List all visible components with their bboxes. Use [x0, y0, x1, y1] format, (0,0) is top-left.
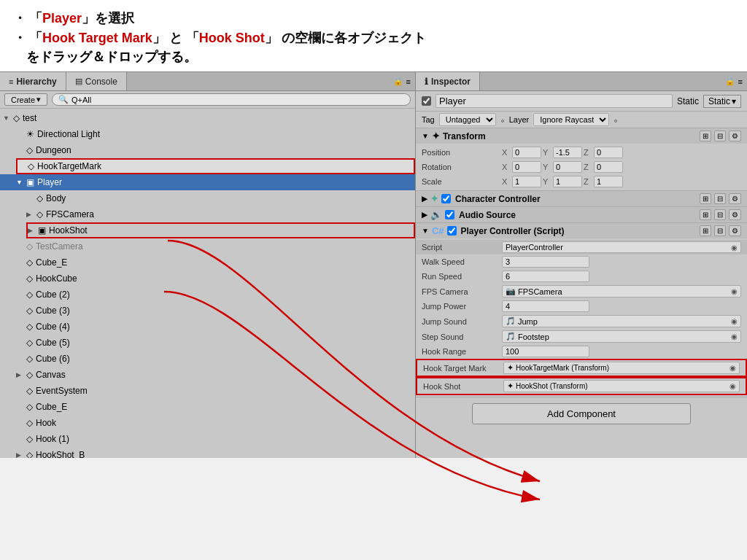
tab-inspector[interactable]: ℹ Inspector [416, 72, 480, 90]
script-ref[interactable]: PlayerController ◉ [502, 241, 741, 253]
hs-ref-dot[interactable]: ◉ [729, 382, 736, 390]
step-sound-dot[interactable]: ◉ [731, 332, 738, 341]
tree-arrow-hookshot [28, 227, 38, 234]
static-dropdown-button[interactable]: Static ▾ [703, 95, 741, 108]
tree-item-cube-5[interactable]: ▶ ◇ Cube (5) [0, 335, 415, 351]
lock-icons: 🔒 ≡ [393, 77, 415, 86]
hook-range-input[interactable] [502, 346, 589, 357]
fps-camera-ref[interactable]: 📷 FPSCamera ◉ [502, 285, 741, 298]
position-z-field: Z [584, 147, 623, 158]
htm-ref-icon: ✦ [507, 363, 514, 373]
tree-item-cube-e[interactable]: ▶ ◇ Cube_E [0, 254, 415, 271]
hook-target-mark-ref[interactable]: ✦ HookTargetMark (Transform) ◉ [503, 362, 740, 374]
scale-label: Scale [422, 177, 502, 186]
run-speed-row: Run Speed [416, 269, 747, 284]
tree-item-test[interactable]: ◇ test [0, 110, 415, 126]
pc-header[interactable]: ▼ C# Player Controller (Script) ⊞ ⊟ ⚙ [416, 223, 747, 238]
tree-item-hook-1[interactable]: ▶ ◇ Hook (1) [0, 431, 415, 447]
position-x-input[interactable] [512, 147, 541, 158]
jump-sound-icon: 🎵 [506, 316, 516, 326]
rotation-y-input[interactable] [553, 161, 582, 173]
tree-item-fpscamera[interactable]: ◇ FPSCamera [0, 206, 415, 222]
as-header[interactable]: ▶ 🔊 Audio Source ⊞ ⊟ ⚙ [416, 207, 747, 222]
jump-sound-dot[interactable]: ◉ [731, 317, 738, 325]
tree-icon-canvas: ◇ [26, 370, 33, 380]
tree-item-dungeon[interactable]: ▶ ◇ Dungeon [0, 142, 415, 158]
tree-item-hook[interactable]: ▶ ◇ Hook [0, 415, 415, 431]
player-name-input[interactable] [436, 94, 673, 108]
as-action-1[interactable]: ⊞ [700, 209, 711, 220]
tree-item-testcamera[interactable]: ▶ ◇ TestCamera [0, 238, 415, 254]
position-y-input[interactable] [553, 147, 582, 158]
add-component-button[interactable]: Add Component [472, 403, 691, 424]
transform-action-1[interactable]: ⊞ [700, 131, 711, 141]
jump-sound-text: Jump [518, 317, 538, 326]
tree-item-cube-6[interactable]: ▶ ◇ Cube (6) [0, 351, 415, 367]
inspector-panel: ℹ Inspector 🔒 ≡ Static Static ▾ Tag Unta… [416, 72, 747, 458]
as-checkbox[interactable] [445, 210, 454, 219]
transform-header[interactable]: ▼ ✦ Transform ⊞ ⊟ ⚙ [416, 128, 747, 144]
tree-item-hookcube[interactable]: ▶ ◇ HookCube [0, 271, 415, 287]
tree-item-cube-2[interactable]: ▶ ◇ Cube (2) [0, 287, 415, 303]
as-action-2[interactable]: ⊟ [714, 209, 726, 220]
layer-select[interactable]: Ignore Raycast [533, 113, 609, 126]
run-speed-input[interactable] [502, 271, 589, 282]
script-value: PlayerController ◉ [502, 241, 741, 253]
tree-icon-tc: ◇ [26, 241, 33, 252]
step-sound-ref[interactable]: 🎵 Footstep ◉ [502, 330, 741, 343]
tree-label-dl: Directional Light [37, 129, 100, 139]
transform-action-3[interactable]: ⚙ [729, 131, 741, 141]
transform-icon: ✦ [432, 131, 440, 141]
pc-action-3[interactable]: ⚙ [729, 225, 741, 236]
script-ref-dot[interactable]: ◉ [731, 244, 738, 252]
jump-power-input[interactable] [502, 300, 589, 312]
tree-label-cube4: Cube (4) [36, 322, 70, 332]
instruction-line2: 「Hook Target Mark」 と 「Hook Shot」 の空欄に各オブ… [13, 28, 734, 48]
tree-item-eventsystem[interactable]: ▶ ◇ EventSystem [0, 383, 415, 399]
create-button[interactable]: Create ▾ [4, 93, 47, 106]
fps-camera-dot[interactable]: ◉ [731, 287, 738, 295]
tab-hierarchy[interactable]: Hierarchy [0, 72, 66, 90]
cc-header[interactable]: ▶ ✦ Character Controller ⊞ ⊟ ⚙ [416, 191, 747, 206]
tree-item-hookshot[interactable]: ▣ HookShot [26, 222, 415, 238]
as-action-3[interactable]: ⚙ [729, 209, 741, 220]
cc-action-2[interactable]: ⊟ [714, 193, 726, 204]
as-label: Audio Source [459, 210, 516, 220]
htm-ref-dot[interactable]: ◉ [729, 364, 736, 372]
tree-item-directional-light[interactable]: ▶ ☀ Directional Light [0, 126, 415, 142]
cc-checkbox[interactable] [441, 194, 451, 203]
walk-speed-input[interactable] [502, 256, 589, 268]
tree-item-hooktargetmark[interactable]: ▶ ◇ HookTargetMark [16, 158, 415, 174]
tree-item-hookshot-b[interactable]: ◇ HookShot_B [0, 447, 415, 458]
cc-action-1[interactable]: ⊞ [700, 193, 711, 204]
player-active-checkbox[interactable] [422, 96, 431, 106]
search-box[interactable]: 🔍 Q+All [52, 93, 411, 106]
scale-y-label: Y [543, 177, 551, 186]
tree-item-cube-3[interactable]: ▶ ◇ Cube (3) [0, 303, 415, 319]
tag-select[interactable]: Untagged [439, 113, 496, 126]
tab-console[interactable]: Console [66, 72, 127, 90]
rotation-z-input[interactable] [594, 161, 623, 173]
tree-item-cube-4[interactable]: ▶ ◇ Cube (4) [0, 319, 415, 335]
rotation-x-input[interactable] [512, 161, 541, 173]
pc-checkbox[interactable] [447, 226, 457, 236]
tree-item-canvas[interactable]: ◇ Canvas [0, 367, 415, 383]
panel-tab-bar: Hierarchy Console 🔒 ≡ [0, 72, 415, 91]
tree-label-player: Player [37, 177, 62, 187]
pc-action-2[interactable]: ⊟ [714, 225, 726, 236]
pc-chevron: ▼ [422, 227, 429, 235]
scale-y-input[interactable] [553, 176, 582, 187]
hook-shot-ref[interactable]: ✦ HookShot (Transform) ◉ [503, 380, 740, 392]
scale-z-input[interactable] [594, 176, 623, 187]
position-row: Position X Y Z [416, 145, 747, 160]
pc-action-1[interactable]: ⊞ [700, 225, 711, 236]
transform-action-2[interactable]: ⊟ [714, 131, 726, 141]
jump-sound-ref[interactable]: 🎵 Jump ◉ [502, 315, 741, 327]
tree-item-player[interactable]: ▣ Player [0, 174, 415, 190]
run-speed-value [502, 271, 741, 282]
scale-x-input[interactable] [512, 176, 541, 187]
tree-item-body[interactable]: ▶ ◇ Body [0, 190, 415, 206]
position-z-input[interactable] [594, 147, 623, 158]
cc-action-3[interactable]: ⚙ [729, 193, 741, 204]
tree-item-cube-e2[interactable]: ▶ ◇ Cube_E [0, 399, 415, 415]
